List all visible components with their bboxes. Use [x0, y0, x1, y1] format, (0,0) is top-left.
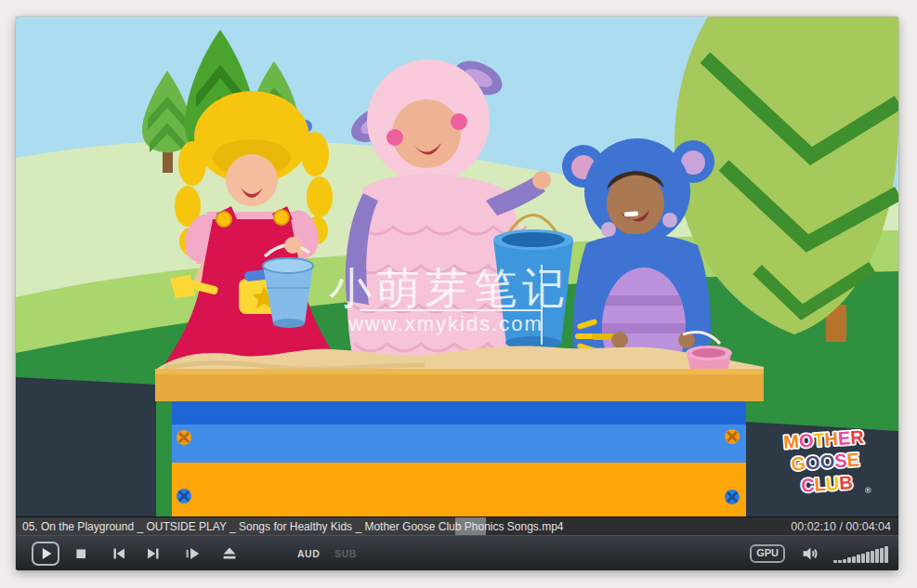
volume-bar[interactable] — [871, 551, 874, 563]
volume-bar[interactable] — [875, 549, 879, 563]
filename-text: 05. On the Playground _ OUTSIDE PLAY _ S… — [16, 520, 791, 533]
seek-titlebar[interactable]: 05. On the Playground _ OUTSIDE PLAY _ S… — [16, 516, 898, 535]
video-area[interactable]: MOTHERGOOSECLUB® 小萌芽笔记 www.xmykids.com — [16, 17, 898, 516]
watermark-url: www.xmykids.com — [347, 312, 544, 335]
skip-back-icon — [109, 543, 129, 564]
screw — [725, 490, 740, 504]
play-button[interactable] — [32, 542, 59, 566]
control-bar: AUD SUB GPU — [16, 535, 898, 570]
previous-button[interactable] — [109, 543, 129, 564]
media-player-window: MOTHERGOOSECLUB® 小萌芽笔记 www.xmykids.com 0… — [16, 17, 898, 570]
eject-icon — [219, 543, 240, 564]
frame-step-button[interactable] — [181, 543, 202, 564]
watermark: 小萌芽笔记 www.xmykids.com — [329, 264, 570, 345]
gpu-indicator[interactable]: GPU — [750, 544, 785, 563]
volume-bar[interactable] — [880, 548, 884, 563]
volume-bar[interactable] — [861, 554, 865, 563]
frame-step-icon — [181, 543, 202, 564]
audio-track-label[interactable]: AUD — [297, 548, 320, 559]
girl-face — [226, 154, 278, 206]
sandbox — [155, 369, 764, 516]
sheep-face — [392, 99, 461, 168]
watermark-title: 小萌芽笔记 — [329, 264, 570, 312]
registered-mark: ® — [865, 486, 872, 495]
subtitle-label[interactable]: SUB — [334, 548, 357, 559]
screw — [177, 489, 191, 503]
speaker-icon — [800, 543, 820, 564]
volume-bar[interactable] — [857, 555, 860, 563]
time-display: 00:02:10 / 00:04:04 — [791, 520, 898, 533]
logo-line: CLUB — [800, 472, 853, 496]
skip-forward-icon — [143, 543, 164, 564]
open-file-button[interactable] — [219, 543, 240, 564]
screw — [177, 430, 191, 445]
volume-bar[interactable] — [843, 559, 846, 563]
volume-bar[interactable] — [833, 560, 837, 563]
volume-bar[interactable] — [866, 552, 870, 563]
volume-bar[interactable] — [852, 556, 856, 563]
volume-bar[interactable] — [884, 546, 888, 563]
stop-icon — [71, 543, 91, 564]
screw — [725, 429, 740, 444]
mute-button[interactable] — [800, 543, 820, 564]
play-icon — [35, 543, 56, 564]
stage-corner-left — [16, 377, 156, 516]
volume-slider[interactable] — [833, 544, 889, 563]
volume-bar[interactable] — [838, 560, 842, 563]
volume-bar[interactable] — [847, 557, 851, 563]
stop-button[interactable] — [71, 543, 91, 564]
video-scene: MOTHERGOOSECLUB® 小萌芽笔记 www.xmykids.com — [16, 17, 898, 516]
next-button[interactable] — [143, 543, 164, 564]
